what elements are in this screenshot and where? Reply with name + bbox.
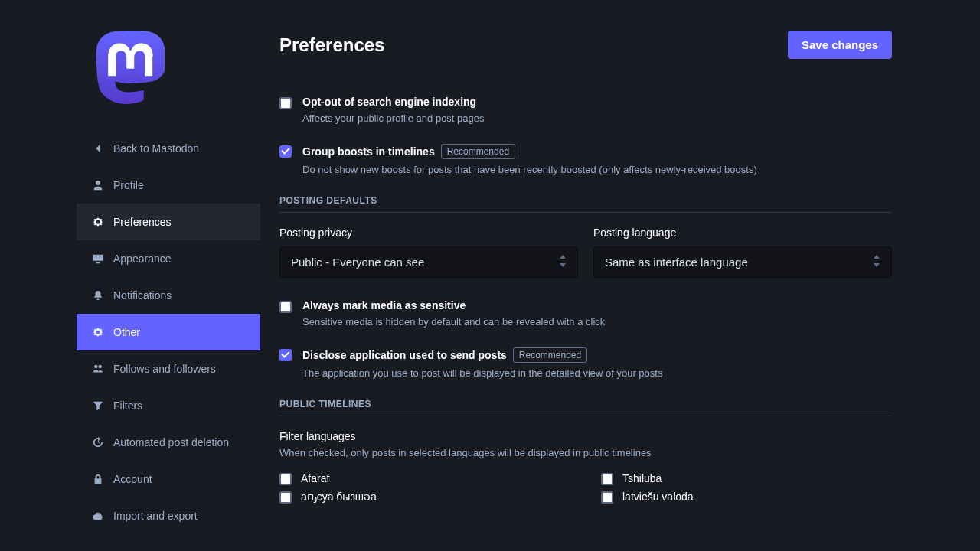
users-icon <box>92 363 104 375</box>
sidebar-nav: Back to Mastodon <box>0 130 260 167</box>
user-icon <box>92 179 104 191</box>
page-title: Preferences <box>279 34 384 56</box>
bell-icon <box>92 289 104 302</box>
nav-label: Profile <box>113 180 144 191</box>
sensitive-hint: Sensitive media is hidden by default and… <box>302 316 605 328</box>
nav-label: Follows and followers <box>113 364 216 374</box>
lang-label: latviešu valoda <box>622 491 694 503</box>
lock-icon <box>92 473 104 485</box>
filter-languages-hint: When checked, only posts in selected lan… <box>279 447 892 458</box>
boosts-checkbox[interactable] <box>279 145 292 158</box>
boosts-label: Group boosts in timelines <box>302 145 435 158</box>
privacy-label: Posting privacy <box>279 227 578 239</box>
chevron-left-icon <box>92 142 104 155</box>
sidebar-item-preferences[interactable]: Preferences <box>77 204 260 240</box>
sidebar-item-other[interactable]: Other <box>77 314 260 350</box>
filter-languages-label: Filter languages <box>279 430 892 442</box>
sensitive-label: Always mark media as sensitive <box>302 299 466 311</box>
disclose-hint: The application you use to post will be … <box>302 367 662 379</box>
lang-label: Afaraf <box>301 472 329 484</box>
nav-label: Automated post deletion <box>113 437 229 448</box>
nav-label: Notifications <box>113 290 172 301</box>
disclose-checkbox[interactable] <box>279 349 292 361</box>
sidebar: Back to Mastodon ProfilePreferencesAppea… <box>0 0 260 551</box>
cloud-icon <box>92 510 104 522</box>
nav-label: Appearance <box>113 253 172 264</box>
lang-column: Tshilubalatviešu valoda <box>601 469 892 506</box>
nav-label: Import and export <box>113 510 198 521</box>
lang-checkbox[interactable] <box>279 491 292 504</box>
nav-label: Other <box>113 327 140 337</box>
lang-item[interactable]: аҧсуа бызшәа <box>279 487 570 506</box>
gear-icon <box>92 216 104 228</box>
nav-label: Account <box>113 474 152 484</box>
optout-checkbox[interactable] <box>279 97 292 109</box>
section-posting-defaults: Posting defaults <box>279 195 892 213</box>
sidebar-nav-items: ProfilePreferencesAppearanceNotification… <box>0 167 260 534</box>
sidebar-item-follows-and-followers[interactable]: Follows and followers <box>77 350 260 387</box>
sidebar-item-filters[interactable]: Filters <box>77 387 260 424</box>
mastodon-logo-icon <box>96 31 165 104</box>
main-content: Preferences Save changes Opt-out of sear… <box>260 0 980 551</box>
caret-icon <box>559 255 567 269</box>
recommended-badge: Recommended <box>441 144 515 159</box>
save-button[interactable]: Save changes <box>788 31 892 59</box>
sensitive-checkbox[interactable] <box>279 301 292 313</box>
lang-checkbox[interactable] <box>279 473 292 485</box>
sidebar-item-automated-post-deletion[interactable]: Automated post deletion <box>77 424 260 461</box>
privacy-value: Public - Everyone can see <box>291 256 424 269</box>
nav-label: Preferences <box>113 217 171 227</box>
disclose-label: Disclose application used to send posts <box>302 349 507 361</box>
desktop-icon <box>92 253 104 265</box>
boosts-hint: Do not show new boosts for posts that ha… <box>302 164 757 175</box>
nav-label: Filters <box>113 400 142 411</box>
sidebar-item-import-and-export[interactable]: Import and export <box>77 497 260 534</box>
nav-label: Back to Mastodon <box>113 143 199 154</box>
lang-item[interactable]: Tshiluba <box>601 469 892 487</box>
optout-hint: Affects your public profile and post pag… <box>302 112 485 124</box>
sidebar-item-appearance[interactable]: Appearance <box>77 240 260 277</box>
sidebar-item-profile[interactable]: Profile <box>77 167 260 204</box>
lang-item[interactable]: Afaraf <box>279 469 570 487</box>
lang-label: Tshiluba <box>622 472 662 484</box>
caret-icon <box>873 255 880 269</box>
optout-label: Opt-out of search engine indexing <box>302 96 476 108</box>
lang-item[interactable]: latviešu valoda <box>601 487 892 506</box>
back-link[interactable]: Back to Mastodon <box>77 130 260 167</box>
language-select[interactable]: Same as interface language <box>593 246 892 278</box>
language-label: Posting language <box>593 227 892 239</box>
lang-checkbox[interactable] <box>601 491 613 504</box>
privacy-select[interactable]: Public - Everyone can see <box>279 246 578 278</box>
language-value: Same as interface language <box>605 256 748 269</box>
lang-checkbox[interactable] <box>601 473 613 485</box>
sidebar-item-notifications[interactable]: Notifications <box>77 277 260 314</box>
lang-column: Afarafаҧсуа бызшәа <box>279 469 570 506</box>
lang-label: аҧсуа бызшәа <box>301 491 377 503</box>
history-icon <box>92 436 104 448</box>
gear-icon <box>92 326 104 338</box>
section-public-timelines: Public timelines <box>279 399 892 416</box>
sidebar-item-account[interactable]: Account <box>77 461 260 497</box>
filter-icon <box>92 399 104 412</box>
recommended-badge: Recommended <box>513 347 587 363</box>
